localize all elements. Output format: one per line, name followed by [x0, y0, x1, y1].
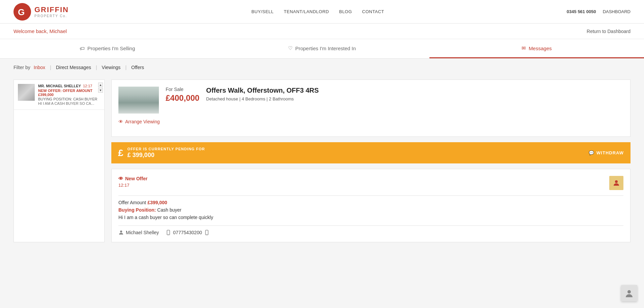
logo-icon: G — [13, 3, 31, 21]
offer-banner-left: £ OFFER IS CURRENTLY PENDING FOR £ 399,0… — [118, 147, 205, 159]
sep1: | — [50, 65, 51, 70]
property-price-block: For Sale £400,000 — [166, 87, 199, 103]
tab-selling-label: Properties I'm Selling — [87, 45, 135, 51]
withdraw-button[interactable]: 💬 WITHDRAW — [589, 150, 624, 155]
nav-blog[interactable]: BLOG — [339, 9, 352, 14]
message-info: MR. MICHAEL SHELLEY 12:17 NEW OFFER: OFF… — [38, 84, 100, 105]
tabs-row: 🏷 Properties I'm Selling ♡ Properties I'… — [0, 39, 644, 59]
arrange-viewing-button[interactable]: 👁 Arrange Viewing — [118, 119, 623, 124]
message-offer-line: NEW OFFER: OFFER AMOUNT £399,000 — [38, 89, 100, 97]
phone-icon — [166, 230, 171, 235]
scroll-down-button[interactable]: ▼ — [98, 88, 103, 93]
message-detail: 👁 New Offer 12:17 Offer Amount £399,000 — [111, 169, 631, 242]
svg-point-3 — [615, 180, 618, 183]
message-detail-time: 12:17 — [118, 183, 147, 188]
message-thumbnail — [18, 84, 35, 101]
messages-list: MR. MICHAEL SHELLEY 12:17 NEW OFFER: OFF… — [13, 80, 105, 242]
divider-1 — [118, 195, 623, 196]
tab-messages[interactable]: ✉ Messages — [429, 39, 644, 58]
withdraw-label: WITHDRAW — [596, 150, 624, 155]
property-image-visual — [118, 87, 159, 114]
sep2: | — [96, 65, 97, 70]
tab-interested[interactable]: ♡ Properties I'm Interested In — [215, 39, 429, 58]
main-nav: BUY/SELL TENANT/LANDLORD BLOG CONTACT — [251, 9, 384, 14]
svg-point-6 — [168, 234, 169, 235]
message-detail-header: 👁 New Offer 12:17 — [118, 176, 623, 190]
person-icon-small — [118, 230, 124, 235]
buying-position-label: Buying Position: — [118, 207, 156, 213]
offer-amount-row: Offer Amount £399,000 — [118, 200, 623, 205]
sender-name: MR. MICHAEL SHELLEY — [38, 84, 81, 88]
nav-contact[interactable]: CONTACT — [362, 9, 384, 14]
header-right: 0345 561 0050 DASHBOARD — [567, 9, 631, 14]
scroll-up-button[interactable]: ▲ — [98, 83, 103, 87]
contact-name: Michael Shelley — [126, 230, 159, 235]
user-avatar — [609, 176, 623, 190]
return-to-dashboard-link[interactable]: Return to Dashboard — [587, 29, 631, 34]
offer-banner: £ OFFER IS CURRENTLY PENDING FOR £ 399,0… — [111, 142, 631, 163]
message-detail-info: 👁 New Offer 12:17 — [118, 176, 147, 188]
sep3: | — [125, 65, 127, 70]
contact-phone-item: 07775430200 — [166, 230, 209, 235]
message-sender: MR. MICHAEL SHELLEY 12:17 — [38, 84, 100, 88]
new-offer-label: 👁 New Offer — [118, 176, 147, 181]
eye-icon: 👁 — [118, 119, 123, 124]
phone-number: 0345 561 0050 — [567, 9, 596, 14]
header: G GRIFFIN PROPERTY Co. BUY/SELL TENANT/L… — [0, 0, 644, 24]
offer-amount-label: Offer Amount — [118, 200, 147, 205]
filter-viewings[interactable]: Viewings — [102, 65, 121, 70]
buying-position-row: Buying Position: Cash buyer — [118, 207, 623, 213]
eye-icon-2: 👁 — [118, 176, 123, 181]
message-time: 12:17 — [83, 84, 92, 88]
property-top: For Sale £400,000 Offers Walk, Offerstow… — [118, 87, 623, 114]
phone-icon-2 — [204, 230, 209, 235]
list-item[interactable]: MR. MICHAEL SHELLEY 12:17 NEW OFFER: OFF… — [14, 80, 104, 110]
thumb-img — [18, 84, 35, 101]
envelope-icon: ✉ — [522, 45, 526, 51]
property-specs: Detached house | 4 Bedrooms | 2 Bathroom… — [206, 96, 623, 101]
tab-selling[interactable]: 🏷 Properties I'm Selling — [0, 39, 215, 58]
logo-sub: PROPERTY Co. — [34, 14, 69, 18]
tab-interested-label: Properties I'm Interested In — [295, 45, 356, 51]
filter-offers[interactable]: Offers — [131, 65, 144, 70]
offer-message-text: Hi I am a cash buyer so can complete qui… — [118, 215, 623, 220]
offer-pending-label: OFFER IS CURRENTLY PENDING FOR — [128, 147, 205, 151]
heart-icon: ♡ — [288, 45, 292, 51]
filter-bar: Filter by Inbox | Direct Messages | View… — [0, 59, 644, 76]
message-preview: HI I AM A CASH BUYER SO CA... — [38, 101, 100, 105]
logo[interactable]: G GRIFFIN PROPERTY Co. — [13, 3, 69, 21]
svg-text:G: G — [18, 7, 25, 17]
dashboard-nav[interactable]: DASHBOARD — [603, 9, 631, 14]
right-panel: For Sale £400,000 Offers Walk, Offerstow… — [111, 80, 631, 242]
contact-phone: 07775430200 — [173, 230, 202, 235]
filter-label: Filter by — [13, 65, 30, 70]
property-card: For Sale £400,000 Offers Walk, Offerstow… — [111, 80, 631, 137]
logo-text: GRIFFIN PROPERTY Co. — [34, 5, 69, 18]
buying-position-value: Cash buyer — [157, 207, 181, 213]
main-content: MR. MICHAEL SHELLEY 12:17 NEW OFFER: OFF… — [0, 76, 644, 256]
welcome-bar: Welcome back, Michael Return to Dashboar… — [0, 24, 644, 39]
filter-direct-messages[interactable]: Direct Messages — [56, 65, 91, 70]
nav-buy-sell[interactable]: BUY/SELL — [251, 9, 274, 14]
welcome-text: Welcome back, Michael — [13, 28, 67, 34]
for-sale-label: For Sale — [166, 87, 199, 92]
property-price: £400,000 — [166, 93, 199, 103]
tag-icon: 🏷 — [80, 45, 85, 51]
offer-text-block: OFFER IS CURRENTLY PENDING FOR £ 399,000 — [128, 147, 205, 159]
offer-amount-value: £399,000 — [147, 200, 167, 205]
property-address-block: Offers Walk, Offerstown, OFF3 4RS Detach… — [206, 87, 623, 101]
logo-brand: GRIFFIN — [34, 5, 69, 14]
svg-point-8 — [206, 234, 207, 235]
nav-tenant-landlord[interactable]: TENANT/LANDLORD — [284, 9, 329, 14]
pound-icon: £ — [118, 148, 123, 158]
chat-icon: 💬 — [589, 150, 594, 155]
filter-inbox[interactable]: Inbox — [34, 65, 45, 70]
contact-name-item: Michael Shelley — [118, 230, 159, 235]
tab-messages-label: Messages — [529, 45, 552, 51]
svg-point-4 — [120, 230, 122, 233]
offer-amount: £ 399,000 — [128, 152, 205, 159]
contact-row: Michael Shelley 07775430200 — [118, 225, 623, 235]
message-buying-position: BUYING POSITION: CASH BUYER — [38, 97, 100, 101]
arrange-viewing-label: Arrange Viewing — [125, 119, 160, 124]
property-address: Offers Walk, Offerstown, OFF3 4RS — [206, 87, 623, 94]
